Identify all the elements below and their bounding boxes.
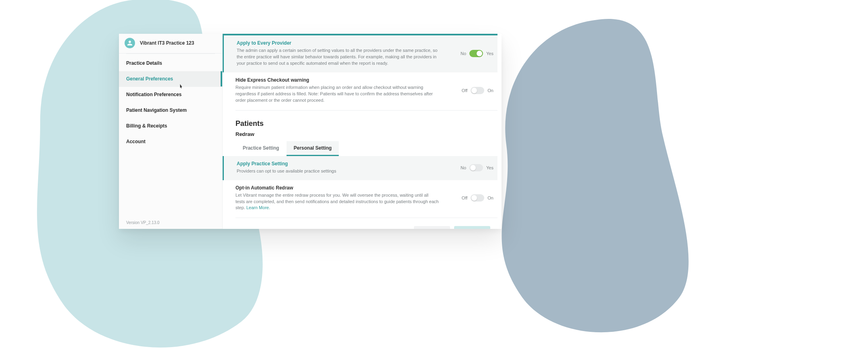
toggle-knob: [477, 51, 482, 56]
version-label: Version VP_2.13.0: [126, 220, 160, 225]
stage: Vibrant IT3 Practice 123 Practice Detail…: [0, 0, 868, 362]
sidebar-item-notification-preferences[interactable]: Notification Preferences: [119, 87, 222, 103]
setting-title: Hide Express Checkout warning: [235, 77, 439, 83]
setting-title: Opt-in Automatic Redraw: [235, 185, 439, 191]
tab-practice-setting[interactable]: Practice Setting: [235, 141, 287, 156]
divider: [235, 110, 497, 111]
sidebar-item-patient-navigation-system[interactable]: Patient Navigation System: [119, 103, 222, 118]
toggle-apply-every-provider: No Yes: [452, 50, 497, 57]
setting-title: Apply to Every Provider: [237, 40, 439, 46]
toggle-knob: [470, 165, 476, 171]
footer-actions: Cancel Save: [235, 220, 494, 229]
setting-desc: The admin can apply a certain section of…: [237, 47, 439, 67]
setting-desc: Require minimum patient information when…: [235, 84, 439, 104]
sidebar-item-general-preferences[interactable]: General Preferences: [119, 71, 222, 87]
toggle-left-label: No: [461, 165, 466, 170]
sidebar-item-account[interactable]: Account: [119, 134, 222, 150]
sidebar: Vibrant IT3 Practice 123 Practice Detail…: [119, 34, 223, 229]
section-title-patients: Patients: [235, 119, 497, 128]
learn-more-link[interactable]: Learn More.: [246, 205, 270, 210]
divider: [235, 218, 497, 218]
user-icon: [126, 39, 133, 47]
tab-personal-setting[interactable]: Personal Setting: [287, 141, 339, 156]
toggle-right-label: On: [487, 195, 493, 200]
decorative-blob-right: [474, 16, 699, 346]
redraw-tabs: Practice Setting Personal Setting: [235, 141, 497, 156]
subsection-title-redraw: Redraw: [235, 131, 497, 137]
toggle-left-label: No: [461, 51, 466, 56]
setting-desc: Providers can opt to use available pract…: [237, 168, 439, 175]
practice-name: Vibrant IT3 Practice 123: [140, 40, 194, 46]
toggle-left-label: Off: [462, 195, 467, 200]
save-button[interactable]: Save: [454, 226, 490, 229]
sidebar-item-billing-receipts[interactable]: Billing & Receipts: [119, 118, 222, 134]
sidebar-header: Vibrant IT3 Practice 123: [119, 34, 222, 53]
toggle-apply-practice: No Yes: [452, 164, 497, 171]
toggle-switch[interactable]: [469, 50, 483, 57]
toggle-right-label: Yes: [486, 51, 493, 56]
toggle-switch[interactable]: [471, 194, 484, 202]
toggle-right-label: On: [487, 88, 493, 93]
sidebar-item-practice-details[interactable]: Practice Details: [119, 56, 222, 71]
toggle-knob: [471, 195, 477, 201]
toggle-auto-redraw: Off On: [452, 194, 497, 202]
toggle-left-label: Off: [462, 88, 467, 93]
toggle-switch[interactable]: [469, 164, 483, 171]
setting-desc: Let Vibrant manage the entire redraw pro…: [235, 192, 439, 212]
content-area: Apply to Every Provider The admin can ap…: [223, 34, 502, 229]
nav-list: Practice Details General Preferences Not…: [119, 54, 222, 150]
toggle-right-label: Yes: [486, 165, 493, 170]
setting-auto-redraw: Opt-in Automatic Redraw Let Vibrant mana…: [235, 180, 497, 216]
setting-title: Apply Practice Setting: [237, 161, 439, 167]
toggle-hide-express: Off On: [452, 87, 497, 94]
setting-apply-practice-setting: Apply Practice Setting Providers can opt…: [223, 156, 497, 180]
toggle-switch[interactable]: [471, 87, 484, 94]
setting-hide-express-checkout: Hide Express Checkout warning Require mi…: [235, 72, 497, 109]
avatar: [125, 38, 135, 48]
app-window: Vibrant IT3 Practice 123 Practice Detail…: [119, 34, 502, 229]
cancel-button[interactable]: Cancel: [414, 226, 450, 229]
setting-apply-every-provider: Apply to Every Provider The admin can ap…: [223, 34, 497, 72]
toggle-knob: [471, 88, 477, 93]
